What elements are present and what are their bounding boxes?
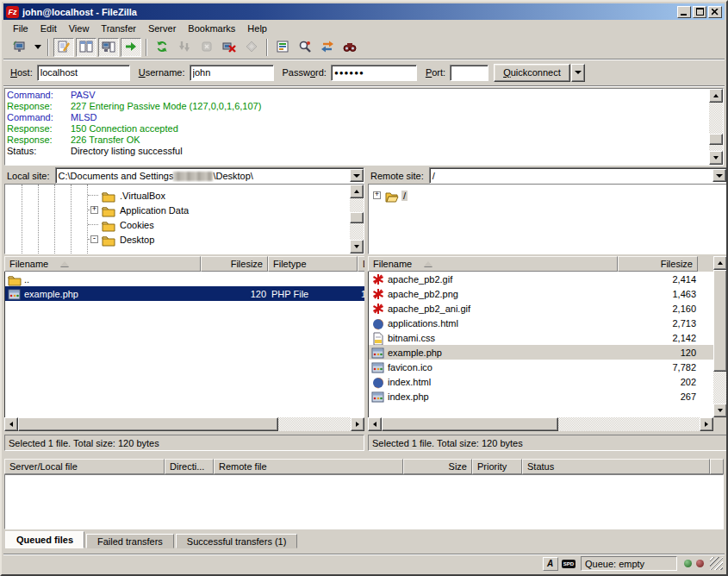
find-files-button[interactable] — [339, 38, 360, 57]
file-row[interactable]: index.html202 — [369, 374, 713, 389]
column-header-l[interactable]: L — [358, 256, 364, 272]
file-row[interactable]: apache_pb2_ani.gif2,160 — [369, 301, 713, 316]
menu-file[interactable]: File — [7, 22, 34, 35]
file-row[interactable]: apache_pb2.png1,463 — [369, 286, 713, 301]
scroll-thumb[interactable] — [713, 270, 727, 372]
scroll-up-button[interactable] — [709, 89, 723, 103]
titlebar: Fz john@localhost - FileZilla — [3, 3, 725, 20]
column-header-filetype[interactable]: Filetype — [268, 256, 358, 272]
scroll-down-button[interactable] — [713, 404, 727, 417]
scroll-left-button[interactable] — [4, 417, 18, 431]
file-row[interactable]: applications.html2,713 — [369, 316, 713, 330]
port-input[interactable] — [450, 65, 488, 81]
queue-tabs: Queued filesFailed transfersSuccessful t… — [5, 531, 299, 548]
disconnect-button[interactable] — [219, 38, 240, 57]
file-row[interactable]: favicon.ico7,782 — [369, 360, 713, 374]
queue-column-server-local-file[interactable]: Server/Local file — [4, 459, 165, 474]
firefox-icon — [371, 376, 385, 388]
local-tree-item[interactable]: +Application Data — [5, 203, 350, 217]
scroll-thumb[interactable] — [350, 212, 364, 223]
scroll-down-button[interactable] — [350, 240, 364, 254]
column-header-filename[interactable]: Filename — [4, 256, 201, 272]
chevron-down-icon[interactable] — [712, 169, 726, 182]
scroll-up-button[interactable] — [350, 185, 364, 198]
queue-column-priority[interactable]: Priority — [472, 459, 522, 474]
file-row[interactable]: example.php120PHP File1 — [5, 286, 364, 301]
tab-successful-transfers-1-[interactable]: Successful transfers (1) — [176, 534, 298, 548]
scroll-thumb[interactable] — [382, 417, 558, 431]
toggle-queue-button[interactable] — [121, 38, 141, 57]
local-tree-item[interactable]: .VirtualBox — [5, 188, 350, 203]
toggle-remote-tree-button[interactable] — [98, 38, 119, 57]
file-row[interactable]: example.php120 — [369, 345, 713, 360]
queue-column-remote-file[interactable]: Remote file — [214, 459, 403, 474]
remote-site-combo[interactable]: / — [429, 167, 727, 184]
queue-column-status[interactable]: Status — [522, 459, 710, 474]
filter-button[interactable] — [272, 38, 293, 57]
chevron-down-icon[interactable] — [350, 169, 364, 182]
php-icon — [371, 347, 385, 359]
local-tree-item[interactable]: Cookies — [5, 217, 350, 232]
remote-tree-item[interactable]: +/ — [369, 188, 726, 203]
scroll-left-button[interactable] — [368, 417, 382, 431]
quickconnect-dropdown[interactable] — [571, 64, 585, 82]
directory-comparison-button[interactable] — [295, 38, 315, 57]
synchronized-browsing-button[interactable] — [317, 38, 338, 57]
speed-limit-icon[interactable]: SPD — [562, 560, 576, 568]
site-manager-button[interactable] — [9, 38, 30, 57]
host-input[interactable] — [37, 65, 130, 81]
remote-list-scrollbar[interactable] — [713, 256, 727, 417]
column-header-filesize[interactable]: Filesize — [201, 256, 268, 272]
local-tree-item[interactable]: -Desktop — [5, 232, 350, 247]
tab-failed-transfers[interactable]: Failed transfers — [86, 534, 174, 548]
refresh-button[interactable] — [152, 38, 172, 57]
scroll-thumb[interactable] — [709, 134, 723, 145]
menu-server[interactable]: Server — [142, 22, 182, 35]
local-tree-scrollbar[interactable] — [350, 185, 364, 254]
menu-edit[interactable]: Edit — [34, 22, 63, 35]
file-row[interactable]: bitnami.css2,142 — [369, 330, 713, 345]
queue-column-size[interactable]: Size — [403, 459, 472, 474]
password-input[interactable] — [331, 65, 417, 81]
scroll-right-button[interactable] — [700, 417, 713, 431]
local-file-list: ..example.php120PHP File1 — [4, 272, 364, 417]
local-site-combo[interactable]: C:\Documents and Settings\Desktop\ — [55, 167, 364, 184]
scroll-thumb[interactable] — [18, 417, 278, 431]
site-manager-icon — [13, 40, 27, 56]
directory-comparison-icon — [298, 40, 312, 56]
scroll-down-button[interactable] — [709, 151, 723, 165]
menu-help[interactable]: Help — [241, 22, 273, 35]
message-log-scrollbar[interactable] — [709, 89, 723, 165]
scroll-up-button[interactable] — [713, 256, 727, 270]
expand-icon[interactable]: + — [90, 206, 98, 214]
toggle-local-tree-button[interactable] — [76, 38, 96, 57]
column-header-filename[interactable]: Filename — [368, 256, 618, 272]
remote-list-hscrollbar[interactable] — [368, 417, 713, 431]
file-row[interactable]: index.php267 — [369, 389, 713, 404]
site-manager-dropdown-button[interactable] — [32, 38, 43, 57]
expand-icon[interactable]: + — [373, 191, 381, 199]
file-row[interactable]: apache_pb2.gif2,414 — [369, 272, 713, 286]
file-row[interactable]: .. — [5, 272, 364, 286]
quickconnect-button[interactable]: Quickconnect — [494, 64, 570, 82]
menu-transfer[interactable]: Transfer — [95, 22, 142, 35]
close-button[interactable] — [708, 6, 722, 18]
toggle-message-log-button[interactable] — [53, 38, 74, 57]
minimize-button[interactable] — [677, 6, 691, 18]
php-icon — [371, 361, 385, 373]
queue-column-directi-[interactable]: Directi... — [165, 459, 214, 474]
data-type-indicator-icon[interactable]: A — [543, 557, 558, 571]
process-queue-button — [174, 38, 195, 57]
maximize-button[interactable] — [693, 6, 706, 18]
column-header-filesize[interactable]: Filesize — [618, 256, 698, 272]
username-input[interactable] — [190, 65, 274, 81]
menu-view[interactable]: View — [63, 22, 96, 35]
find-files-icon — [343, 40, 357, 56]
resize-grip[interactable] — [710, 557, 723, 570]
local-list-hscrollbar[interactable] — [4, 417, 364, 431]
tab-queued-files[interactable]: Queued files — [5, 531, 84, 548]
cancel-button — [196, 38, 217, 57]
collapse-icon[interactable]: - — [90, 235, 98, 243]
menu-bookmarks[interactable]: Bookmarks — [182, 22, 241, 35]
scroll-right-button[interactable] — [351, 417, 364, 431]
